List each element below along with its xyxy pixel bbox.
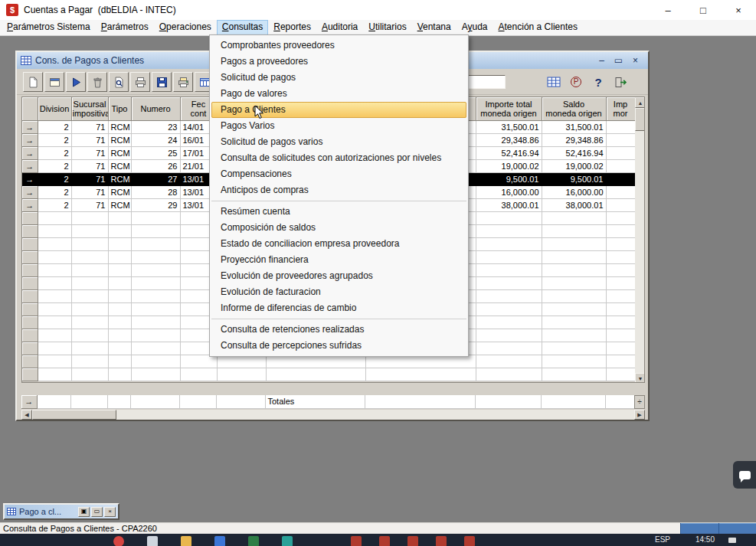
menu-item[interactable]: Evolución de facturacion: [210, 284, 468, 300]
menu-item[interactable]: Proyección financiera: [210, 252, 468, 268]
grid-cell[interactable]: 2: [38, 185, 71, 198]
menubar-item-reportes[interactable]: Reportes: [268, 20, 316, 35]
grid-cell[interactable]: 23: [131, 120, 180, 133]
minimized-window[interactable]: Pago a cl... ▣ ▭ ×: [3, 503, 119, 520]
preview-button[interactable]: [109, 72, 129, 92]
tray-icon[interactable]: [728, 538, 736, 543]
menu-item[interactable]: Solicitud de pagos: [210, 70, 468, 86]
grid-cell[interactable]: 25: [131, 146, 180, 159]
grid-cell[interactable]: [606, 172, 635, 185]
menubar-item-consultas[interactable]: Consultas: [217, 20, 268, 35]
vertical-scroll-thumb[interactable]: [635, 108, 645, 131]
menu-item[interactable]: Resúmen cuenta: [210, 204, 468, 220]
menu-item[interactable]: Informe de diferencias de cambio: [210, 300, 468, 316]
menubar-item-parametros-sistema[interactable]: Parámetros Sistema: [2, 20, 96, 35]
scroll-left-icon[interactable]: ◀: [21, 410, 32, 420]
spreadsheet-icon[interactable]: [248, 536, 259, 546]
grid-cell[interactable]: 52,416.94: [542, 146, 606, 159]
new-record-button[interactable]: [23, 72, 43, 92]
mini-maximize-button[interactable]: ▭: [91, 507, 103, 517]
folder-icon[interactable]: [181, 536, 191, 546]
scroll-split-icon[interactable]: ÷: [634, 395, 645, 409]
app-window-icon[interactable]: [379, 536, 390, 546]
grid-cell[interactable]: 38,000.01: [476, 198, 542, 211]
child-close-button[interactable]: ×: [630, 55, 641, 66]
grid-cell[interactable]: 31,500.01: [476, 120, 542, 133]
exit-button[interactable]: [611, 73, 630, 91]
grid-cell[interactable]: 2: [38, 133, 71, 146]
grid-cell[interactable]: 71: [71, 120, 108, 133]
keyboard-language[interactable]: ESP: [655, 535, 670, 544]
grid-cell[interactable]: 28: [131, 185, 180, 198]
grid-cell[interactable]: 2: [38, 159, 71, 172]
column-header-importe_mon[interactable]: Impmor: [606, 97, 635, 120]
menu-item[interactable]: Pagos Varios: [210, 118, 468, 134]
menubar-item-utilitarios[interactable]: Utilitarios: [363, 20, 411, 35]
horizontal-scrollbar[interactable]: ◀ ▶: [21, 410, 645, 420]
vertical-scrollbar[interactable]: ▲ ▼: [635, 97, 645, 383]
grid-cell[interactable]: [606, 198, 635, 211]
menu-item[interactable]: Consulta de solicitudes con autorizacion…: [210, 150, 468, 166]
grid-cell[interactable]: RCM: [108, 172, 131, 185]
grid-cell[interactable]: 29,348.86: [476, 133, 542, 146]
grid-cell[interactable]: 19,000.02: [476, 159, 542, 172]
grid-cell[interactable]: 71: [71, 133, 108, 146]
grid-cell[interactable]: RCM: [108, 198, 131, 211]
grid-cell[interactable]: 71: [71, 198, 108, 211]
menubar-item-ventana[interactable]: Ventana: [412, 20, 457, 35]
menubar-item-operaciones[interactable]: Operaciones: [154, 20, 217, 35]
browser-icon[interactable]: [113, 536, 124, 546]
menu-item[interactable]: Consulta de retenciones realizadas: [210, 322, 468, 338]
grid-cell[interactable]: 71: [71, 146, 108, 159]
open-record-button[interactable]: [44, 72, 64, 92]
grid-cell[interactable]: [606, 120, 635, 133]
column-header-sucursal[interactable]: Sucursalimpositiva: [71, 97, 108, 120]
menu-item[interactable]: Evolución de proveedores agrupados: [210, 268, 468, 284]
delete-record-button[interactable]: [87, 72, 107, 92]
menu-item[interactable]: Pago de valores: [210, 86, 468, 102]
clock[interactable]: 14:50: [695, 535, 715, 544]
menu-item[interactable]: Consulta de percepciones sufridas: [210, 338, 468, 354]
grid-cell[interactable]: 2: [38, 146, 71, 159]
grid-cell[interactable]: 29: [131, 198, 180, 211]
app-window-icon[interactable]: [464, 536, 475, 546]
chat-bubble-icon[interactable]: [733, 461, 756, 489]
scroll-up-icon[interactable]: ▲: [635, 97, 645, 108]
app-teal-icon[interactable]: [282, 536, 293, 546]
grid-cell[interactable]: RCM: [108, 133, 131, 146]
menubar-item-parametros[interactable]: Parámetros: [96, 20, 154, 35]
grid-cell[interactable]: 24: [131, 133, 180, 146]
grid-cell[interactable]: 52,416.94: [476, 146, 542, 159]
menu-item[interactable]: Pago a Clientes: [211, 102, 466, 118]
grid-cell[interactable]: 31,500.01: [542, 120, 606, 133]
scroll-down-icon[interactable]: ▼: [635, 373, 645, 383]
currency-button[interactable]: P: [567, 73, 585, 91]
maximize-button[interactable]: □: [686, 0, 721, 20]
grid-cell[interactable]: [606, 159, 635, 172]
grid-cell[interactable]: 71: [71, 159, 108, 172]
grid-cell[interactable]: 2: [38, 172, 71, 185]
scroll-right-icon[interactable]: ▶: [634, 410, 645, 420]
mini-close-button[interactable]: ×: [104, 507, 116, 517]
grid-cell[interactable]: 9,500.01: [542, 172, 606, 185]
help-button[interactable]: ?: [589, 73, 607, 91]
save-button[interactable]: [152, 72, 172, 92]
horizontal-scroll-thumb[interactable]: [32, 410, 116, 420]
child-restore-button[interactable]: ▭: [613, 55, 624, 66]
menu-item[interactable]: Solicitud de pagos varios: [210, 134, 468, 150]
grid-cell[interactable]: 2: [38, 198, 71, 211]
table-view-button[interactable]: [545, 73, 563, 91]
app-window-icon[interactable]: [436, 536, 447, 546]
app-window-icon[interactable]: [351, 536, 362, 546]
column-header-saldo[interactable]: Saldomoneda origen: [542, 97, 606, 120]
explorer-icon[interactable]: [147, 536, 158, 546]
grid-cell[interactable]: 27: [131, 172, 180, 185]
column-header-numero[interactable]: Numero: [131, 97, 180, 120]
grid-cell[interactable]: [606, 185, 635, 198]
menu-item[interactable]: Estado de conciliacion empresa proveedor…: [210, 236, 468, 252]
grid-cell[interactable]: 26: [131, 159, 180, 172]
grid-cell[interactable]: RCM: [108, 120, 131, 133]
menubar-item-auditoria[interactable]: Auditoria: [316, 20, 363, 35]
grid-cell[interactable]: 2: [38, 120, 71, 133]
menu-item[interactable]: Anticipos de compras: [210, 182, 468, 198]
